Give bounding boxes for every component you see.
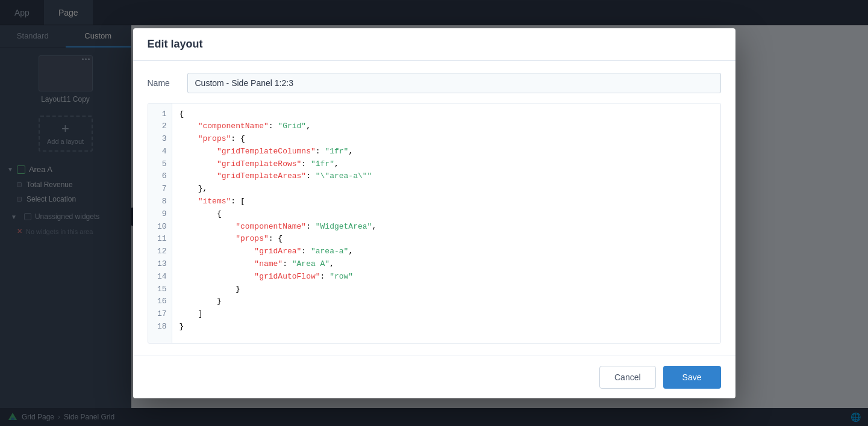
- modal-footer: Cancel Save: [133, 356, 735, 398]
- save-button[interactable]: Save: [663, 366, 721, 389]
- name-label: Name: [148, 78, 178, 88]
- code-content[interactable]: { "componentName": "Grid", "props": { "g…: [172, 103, 720, 343]
- name-field-row: Name: [148, 73, 721, 93]
- modal-title: Edit layout: [148, 38, 721, 51]
- code-editor[interactable]: 123456789101112131415161718 { "component…: [148, 103, 721, 344]
- modal-header: Edit layout: [133, 28, 735, 61]
- modal-overlay: Edit layout Name 12345678910111213141516…: [0, 0, 868, 426]
- line-numbers: 123456789101112131415161718: [148, 103, 172, 343]
- cancel-button[interactable]: Cancel: [599, 366, 656, 389]
- name-input[interactable]: [187, 73, 721, 93]
- edit-layout-modal: Edit layout Name 12345678910111213141516…: [133, 28, 735, 398]
- modal-body: Name 123456789101112131415161718 { "comp…: [133, 61, 735, 356]
